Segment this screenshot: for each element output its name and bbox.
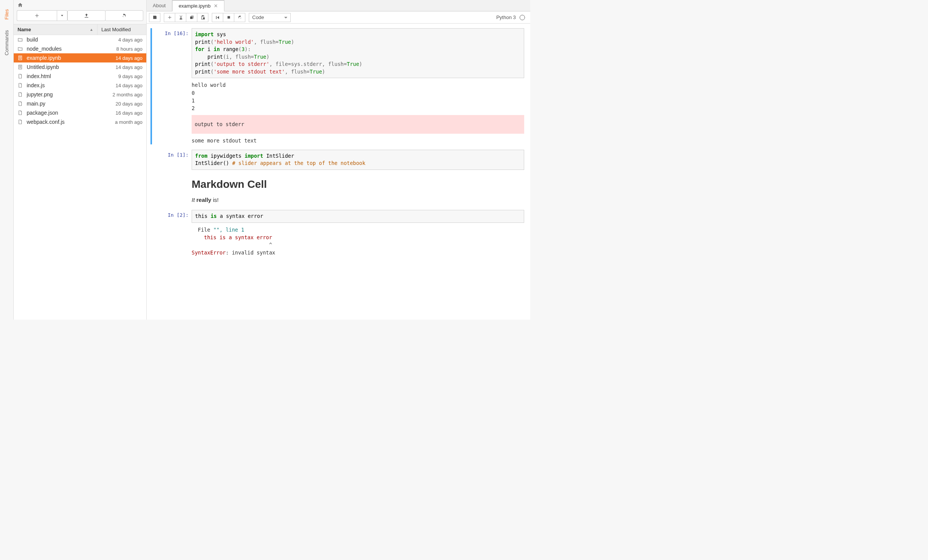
run-icon xyxy=(215,15,220,20)
tab-bar: Aboutexample.ipynb✕ xyxy=(147,0,530,11)
home-icon xyxy=(18,2,23,8)
file-list: build4 days agonode_modules8 hours agoex… xyxy=(14,35,146,320)
upload-icon xyxy=(84,13,89,18)
file-browser-panel: Name ▲ Last Modified build4 days agonode… xyxy=(14,0,147,320)
cell-prompt: In [16]: xyxy=(160,30,189,36)
code-input[interactable]: import sys print('hello world', flush=Tr… xyxy=(192,28,524,78)
file-row[interactable]: index.js14 days ago xyxy=(14,81,146,90)
folder-icon xyxy=(18,37,24,42)
file-name: main.py xyxy=(27,101,115,107)
file-name: example.ipynb xyxy=(27,55,115,61)
vtab-files[interactable]: Files xyxy=(2,4,11,25)
save-icon xyxy=(152,15,157,20)
file-icon xyxy=(18,101,24,106)
cell-output: hello world 0 1 2output to stderrsome mo… xyxy=(192,78,524,144)
kernel-name: Python 3 xyxy=(496,14,516,20)
file-icon xyxy=(18,74,24,79)
cell-output: File "", line 1 this is a syntax error ^… xyxy=(192,223,524,257)
md-heading: Markdown Cell xyxy=(192,178,524,190)
file-list-header: Name ▲ Last Modified xyxy=(14,24,146,35)
file-modified: 14 days ago xyxy=(115,83,142,88)
stop-button[interactable] xyxy=(223,13,234,22)
markdown-rendered[interactable]: Markdown CellIt really is! xyxy=(192,175,524,205)
upload-button[interactable] xyxy=(67,10,106,21)
copy-button[interactable] xyxy=(186,13,197,22)
new-dropdown[interactable] xyxy=(57,10,67,21)
file-modified: 14 days ago xyxy=(115,64,142,70)
tab-about[interactable]: About xyxy=(147,0,172,11)
file-name: Untitled.ipynb xyxy=(27,64,115,70)
code-input[interactable]: from ipywidgets import IntSlider IntSlid… xyxy=(192,150,524,170)
file-icon xyxy=(18,92,24,97)
file-modified: 20 days ago xyxy=(115,101,142,107)
file-name: jupyter.png xyxy=(27,91,112,98)
kernel-status-idle-icon xyxy=(520,15,525,20)
notebook-icon xyxy=(18,64,24,70)
code-cell[interactable]: In [1]:from ipywidgets import IntSlider … xyxy=(150,150,526,170)
file-row[interactable]: example.ipynb14 days ago xyxy=(14,53,146,62)
tab-label: example.ipynb xyxy=(179,3,211,9)
column-modified[interactable]: Last Modified xyxy=(98,24,146,35)
code-cell[interactable]: In [2]:this is a syntax error File "", l… xyxy=(150,210,526,257)
file-name: build xyxy=(27,37,118,43)
caret-down-icon xyxy=(60,14,64,18)
close-icon[interactable]: ✕ xyxy=(214,3,218,9)
stop-icon xyxy=(227,15,231,19)
file-row[interactable]: index.html9 days ago xyxy=(14,72,146,81)
refresh-button[interactable] xyxy=(105,10,143,21)
code-cell[interactable]: In [16]:import sys print('hello world', … xyxy=(150,28,526,144)
paste-button[interactable] xyxy=(197,13,208,22)
file-icon xyxy=(18,110,24,115)
copy-icon xyxy=(189,15,194,20)
paste-icon xyxy=(200,15,205,20)
cut-icon xyxy=(178,15,183,20)
file-row[interactable]: package.json16 days ago xyxy=(14,108,146,117)
folder-icon xyxy=(18,46,24,51)
file-modified: 14 days ago xyxy=(115,55,142,61)
cell-type-select[interactable]: Code xyxy=(249,13,291,22)
svg-rect-8 xyxy=(227,16,230,18)
run-button[interactable] xyxy=(212,13,223,22)
file-modified: 2 months ago xyxy=(112,92,142,98)
file-row[interactable]: main.py20 days ago xyxy=(14,99,146,108)
file-row[interactable]: jupyter.png2 months ago xyxy=(14,90,146,99)
vtab-commands[interactable]: Commands xyxy=(2,25,11,61)
file-icon xyxy=(18,119,24,125)
file-row[interactable]: Untitled.ipynb14 days ago xyxy=(14,62,146,72)
save-button[interactable] xyxy=(149,13,160,22)
file-icon xyxy=(18,83,24,88)
file-name: webpack.conf.js xyxy=(27,119,115,125)
breadcrumb-home[interactable] xyxy=(17,2,143,8)
notebook-toolbar: Code Python 3 xyxy=(147,11,530,24)
refresh-icon xyxy=(122,13,127,18)
file-row[interactable]: node_modules8 hours ago xyxy=(14,44,146,53)
cell-type-value: Code xyxy=(252,14,264,20)
md-paragraph: It really is! xyxy=(192,197,524,203)
column-name[interactable]: Name ▲ xyxy=(14,24,98,35)
main-area: Aboutexample.ipynb✕ xyxy=(147,0,530,320)
tab-label: About xyxy=(153,3,166,8)
plus-icon xyxy=(35,13,39,18)
plus-icon xyxy=(168,15,172,19)
cut-button[interactable] xyxy=(175,13,186,22)
file-name: index.js xyxy=(27,82,115,88)
file-name: index.html xyxy=(27,73,118,79)
markdown-cell[interactable]: Markdown CellIt really is! xyxy=(150,175,526,205)
code-input[interactable]: this is a syntax error xyxy=(192,210,524,223)
restart-icon xyxy=(237,15,242,20)
notebook-area[interactable]: In [16]:import sys print('hello world', … xyxy=(147,24,530,320)
new-button[interactable] xyxy=(17,10,57,21)
left-vertical-tabs: Files Commands xyxy=(0,0,14,320)
cell-prompt: In [1]: xyxy=(160,152,189,158)
file-row[interactable]: build4 days ago xyxy=(14,35,146,44)
file-name: node_modules xyxy=(27,46,116,52)
file-row[interactable]: webpack.conf.jsa month ago xyxy=(14,117,146,126)
file-modified: 16 days ago xyxy=(115,110,142,116)
restart-button[interactable] xyxy=(234,13,245,22)
notebook-icon xyxy=(18,55,24,61)
file-name: package.json xyxy=(27,110,115,116)
file-modified: 4 days ago xyxy=(118,37,142,43)
tab-example-ipynb[interactable]: example.ipynb✕ xyxy=(172,0,224,11)
insert-cell-button[interactable] xyxy=(164,13,175,22)
sort-asc-icon: ▲ xyxy=(90,27,93,32)
